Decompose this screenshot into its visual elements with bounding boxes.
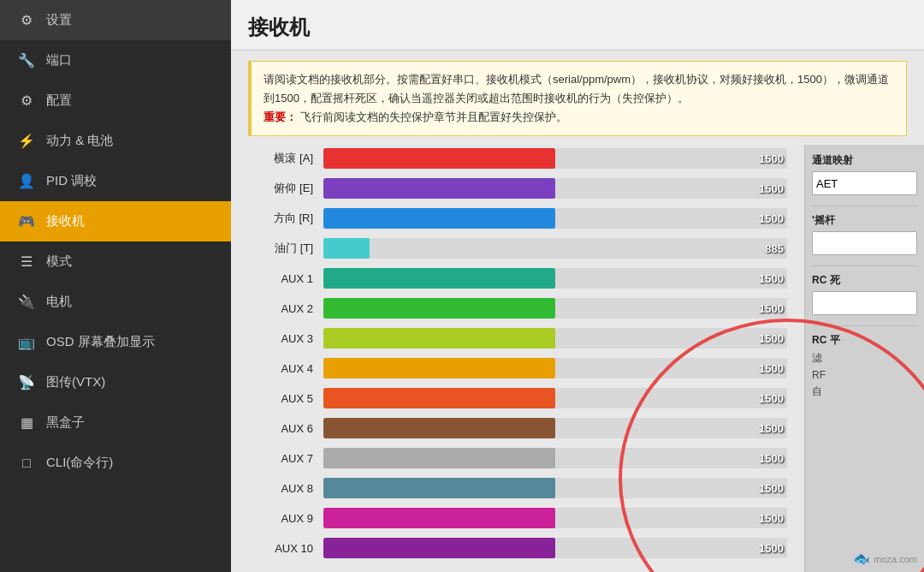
notice-text: 请阅读文档的接收机部分。按需配置好串口、接收机模式（serial/ppm/pwm… xyxy=(264,73,889,104)
channel-bar-container-11[interactable]: 1500 xyxy=(323,478,787,498)
channel-label-11: AUX 8 xyxy=(248,482,317,495)
sidebar-item-pid-tuning[interactable]: 👤PID 调校 xyxy=(0,161,231,201)
power-battery-icon: ⚡ xyxy=(17,133,36,149)
sidebar-item-motor[interactable]: 🔌电机 xyxy=(0,282,231,322)
channel-bar-8 xyxy=(323,388,555,408)
sidebar-label-motor: 电机 xyxy=(46,294,72,310)
channel-label-9: AUX 6 xyxy=(248,422,317,435)
channel-value-0: 1500 xyxy=(759,152,784,165)
channel-value-9: 1500 xyxy=(759,422,784,435)
sidebar-label-power-battery: 动力 & 电池 xyxy=(46,133,113,149)
config-icon: ⚙ xyxy=(17,92,36,109)
sidebar-item-modes[interactable]: ☰模式 xyxy=(0,241,231,282)
sidebar-item-config[interactable]: ⚙配置 xyxy=(0,80,231,121)
channel-bar-container-4[interactable]: 1500 xyxy=(323,268,787,289)
channel-bar-container-12[interactable]: 1500 xyxy=(323,508,787,528)
channel-bar-container-10[interactable]: 1500 xyxy=(323,448,787,468)
channel-bar-12 xyxy=(323,508,555,528)
sidebar-item-power-battery[interactable]: ⚡动力 & 电池 xyxy=(0,121,231,161)
channel-value-4: 1500 xyxy=(759,272,784,285)
notice-box: 请阅读文档的接收机部分。按需配置好串口、接收机模式（serial/ppm/pwm… xyxy=(248,61,907,136)
channel-value-7: 1500 xyxy=(759,362,784,375)
sidebar-label-config: 配置 xyxy=(46,92,72,109)
ports-icon: 🔧 xyxy=(17,52,36,69)
sidebar-label-settings: 设置 xyxy=(46,12,72,28)
channel-bar-9 xyxy=(323,418,555,438)
sidebar-label-modes: 模式 xyxy=(46,253,72,270)
channel-bar-container-8[interactable]: 1500 xyxy=(323,388,787,408)
sidebar-item-cli[interactable]: □CLI(命令行) xyxy=(0,443,231,483)
rc-deadband-input[interactable] xyxy=(812,291,917,315)
sidebar-label-osd: OSD 屏幕叠加显示 xyxy=(46,334,155,350)
channel-value-1: 1500 xyxy=(759,182,784,195)
channel-value-5: 1500 xyxy=(759,302,784,315)
watermark-text: moza.com xyxy=(874,554,917,564)
channel-value-2: 1500 xyxy=(759,212,784,225)
channel-row-5: AUX 21500 xyxy=(248,295,787,322)
channel-value-13: 1500 xyxy=(759,542,784,555)
channel-map-section: 通道映射 xyxy=(812,153,917,195)
channel-bar-10 xyxy=(323,448,555,468)
main-content: 接收机 请阅读文档的接收机部分。按需配置好串口、接收机模式（serial/ppm… xyxy=(231,0,924,572)
channel-map-input[interactable] xyxy=(812,171,917,195)
modes-icon: ☰ xyxy=(17,253,36,270)
sidebar-item-settings[interactable]: ⚙设置 xyxy=(0,0,231,40)
sidebar-label-pid-tuning: PID 调校 xyxy=(46,173,97,189)
sidebar-item-vtx[interactable]: 📡图传(VTX) xyxy=(0,362,231,402)
sidebar-item-blackbox[interactable]: ▦黑盒子 xyxy=(0,402,231,443)
sidebar-item-osd[interactable]: 📺OSD 屏幕叠加显示 xyxy=(0,322,231,362)
notice-warning-label: 重要： xyxy=(264,110,297,123)
channel-bar-container-6[interactable]: 1500 xyxy=(323,328,787,349)
page-title: 接收机 xyxy=(248,14,907,41)
channel-row-3: 油门 [T]885 xyxy=(248,235,787,262)
channel-bar-container-5[interactable]: 1500 xyxy=(323,298,787,319)
pid-tuning-icon: 👤 xyxy=(17,173,36,189)
channel-row-8: AUX 51500 xyxy=(248,384,787,412)
sidebar-label-receiver: 接收机 xyxy=(46,213,85,229)
sidebar-label-cli: CLI(命令行) xyxy=(46,455,113,471)
watermark-icon: 🐟 xyxy=(853,551,870,567)
notice-warning-text: 飞行前阅读文档的失控保护章节并且配置好失控保护。 xyxy=(300,110,567,123)
receiver-icon: 🎮 xyxy=(17,213,36,229)
channel-row-2: 方向 [R]1500 xyxy=(248,205,787,232)
channel-bar-container-13[interactable]: 1500 xyxy=(323,538,787,558)
motor-icon: 🔌 xyxy=(17,294,36,310)
channel-bar-container-9[interactable]: 1500 xyxy=(323,418,787,438)
channel-bar-4 xyxy=(323,268,555,289)
channel-row-0: 横滚 [A]1500 xyxy=(248,145,787,172)
vtx-icon: 📡 xyxy=(17,374,36,390)
rf-label: RF xyxy=(812,369,917,381)
channel-label-12: AUX 9 xyxy=(248,512,317,525)
channel-bar-container-0[interactable]: 1500 xyxy=(323,148,787,169)
channel-area: 横滚 [A]1500俯仰 [E]1500方向 [R]1500油门 [T]885A… xyxy=(231,145,804,572)
channel-value-3: 885 xyxy=(765,242,784,255)
channel-bar-container-1[interactable]: 1500 xyxy=(323,178,787,199)
channel-bar-container-7[interactable]: 1500 xyxy=(323,358,787,378)
channel-row-1: 俯仰 [E]1500 xyxy=(248,175,787,202)
stick-section: '摇杆 xyxy=(812,206,917,255)
channel-bar-5 xyxy=(323,298,555,319)
sidebar-label-vtx: 图传(VTX) xyxy=(46,374,105,390)
channel-bar-13 xyxy=(323,538,555,558)
stick-input[interactable] xyxy=(812,231,917,255)
channel-row-13: AUX 101500 xyxy=(248,534,787,562)
channel-bar-0 xyxy=(323,148,555,169)
watermark: 🐟 moza.com xyxy=(853,551,917,567)
channel-value-6: 1500 xyxy=(759,332,784,345)
channel-bar-container-3[interactable]: 885 xyxy=(323,238,787,259)
sidebar-item-ports[interactable]: 🔧端口 xyxy=(0,40,231,80)
blackbox-icon: ▦ xyxy=(17,414,36,431)
channel-label-13: AUX 10 xyxy=(248,542,317,555)
channel-row-9: AUX 61500 xyxy=(248,414,787,442)
channel-label-3: 油门 [T] xyxy=(248,241,317,256)
filter-label: 滤 xyxy=(812,351,917,366)
channel-bar-container-2[interactable]: 1500 xyxy=(323,208,787,229)
rc-deadband-section: RC 死 xyxy=(812,265,917,315)
channel-row-4: AUX 11500 xyxy=(248,265,787,292)
channel-value-8: 1500 xyxy=(759,392,784,405)
channel-label-6: AUX 3 xyxy=(248,332,317,345)
channel-label-1: 俯仰 [E] xyxy=(248,181,317,196)
sidebar-item-receiver[interactable]: 🎮接收机 xyxy=(0,201,231,241)
sidebar-label-blackbox: 黑盒子 xyxy=(46,414,85,431)
sidebar-label-ports: 端口 xyxy=(46,52,72,69)
